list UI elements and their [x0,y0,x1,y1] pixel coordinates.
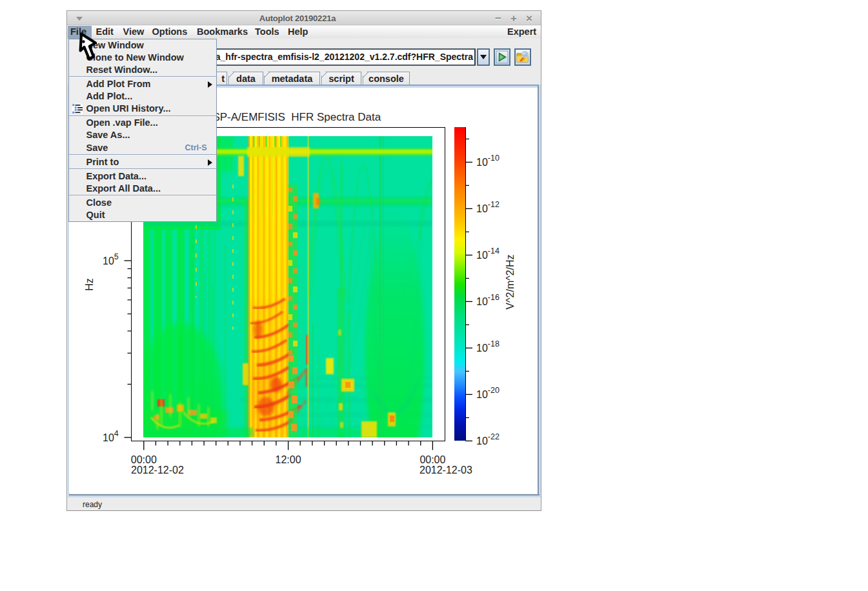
svg-text:V^2/m^2/Hz: V^2/m^2/Hz [505,254,516,309]
svg-text:10-10: 10-10 [476,154,500,168]
svg-text:10-22: 10-22 [476,432,500,446]
svg-text:10-20: 10-20 [476,386,500,400]
svg-text:00:00: 00:00 [419,454,445,465]
svg-text:10-16: 10-16 [476,293,500,307]
svg-text:Hz: Hz [84,278,95,291]
svg-text:105: 105 [103,252,119,266]
svg-text:2012-12-02: 2012-12-02 [131,465,184,476]
svg-text:10-14: 10-14 [476,246,500,261]
svg-text:2012-12-03: 2012-12-03 [419,465,472,476]
svg-text:00:00: 00:00 [131,454,157,465]
svg-text:104: 104 [103,429,119,443]
svg-text:10-18: 10-18 [476,339,500,354]
svg-text:12:00: 12:00 [276,454,301,465]
svg-text:10-12: 10-12 [476,200,500,214]
svg-text:RBSP-A/EMFISIS HFR Spectra Da: RBSP-A/EMFISIS HFR Spectra Data [197,111,381,123]
